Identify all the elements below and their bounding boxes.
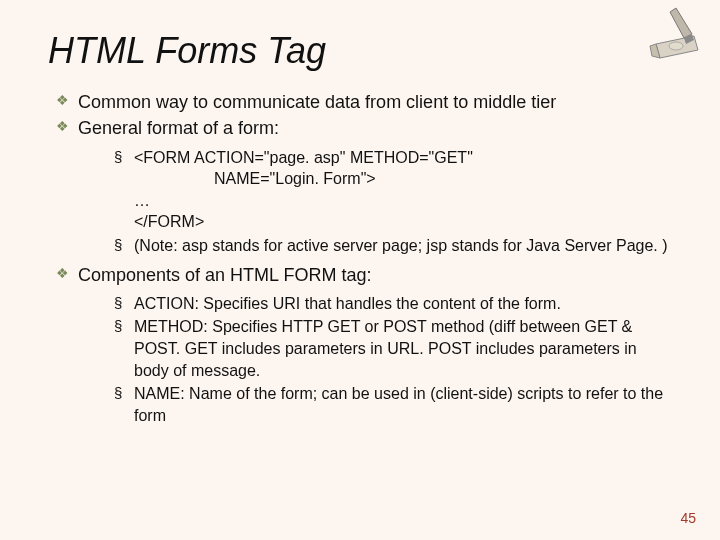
bullet-list-level2: <FORM ACTION="page. asp" METHOD="GET" NA… [114, 147, 672, 257]
bullet-item: General format of a form: <FORM ACTION="… [56, 116, 672, 256]
bullet-text: Components of an HTML FORM tag: [78, 265, 371, 285]
bullet-list-level2: ACTION: Specifies URI that handles the c… [114, 293, 672, 427]
svg-marker-2 [670, 8, 692, 38]
sub-bullet-item: NAME: Name of the form; can be used in (… [114, 383, 672, 426]
bullet-list-level1: Common way to communicate data from clie… [56, 90, 672, 426]
bullet-item: Components of an HTML FORM tag: ACTION: … [56, 263, 672, 427]
sub-bullet-item: ACTION: Specifies URI that handles the c… [114, 293, 672, 315]
code-sample: <FORM ACTION="page. asp" METHOD="GET" NA… [134, 147, 672, 233]
slide-title: HTML Forms Tag [48, 30, 672, 72]
sub-bullet-item: METHOD: Specifies HTTP GET or POST metho… [114, 316, 672, 381]
bullet-item: Common way to communicate data from clie… [56, 90, 672, 114]
bullet-text: (Note: asp stands for active server page… [134, 237, 668, 254]
bullet-text: METHOD: Specifies HTTP GET or POST metho… [134, 318, 637, 378]
slide-content: HTML Forms Tag Common way to communicate… [0, 0, 720, 452]
bullet-text: NAME: Name of the form; can be used in (… [134, 385, 663, 424]
sub-bullet-item: <FORM ACTION="page. asp" METHOD="GET" NA… [114, 147, 672, 233]
bullet-text: Common way to communicate data from clie… [78, 92, 556, 112]
page-number: 45 [680, 510, 696, 526]
bullet-text: General format of a form: [78, 118, 279, 138]
bullet-text: ACTION: Specifies URI that handles the c… [134, 295, 561, 312]
sub-bullet-item: (Note: asp stands for active server page… [114, 235, 672, 257]
decorative-corner-graphic [636, 6, 706, 66]
svg-point-4 [669, 42, 683, 50]
